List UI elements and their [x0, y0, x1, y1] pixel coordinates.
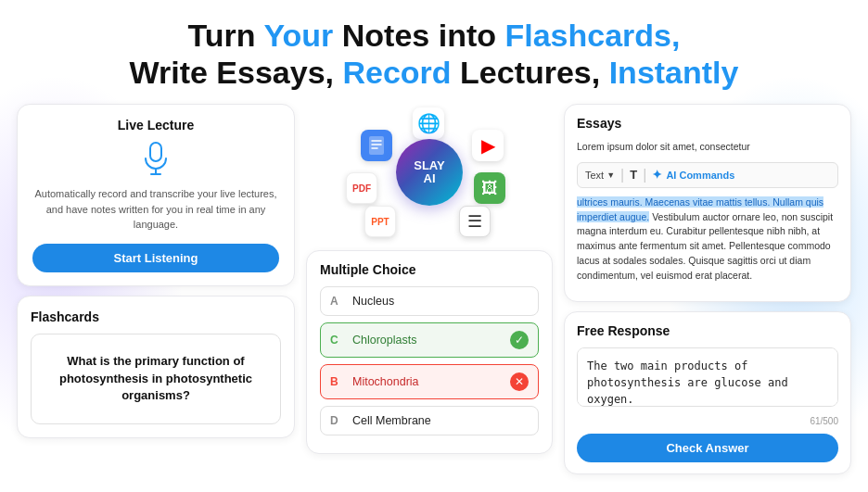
- live-lecture-card: Live Lecture Automatically record and tr…: [17, 104, 295, 286]
- svg-rect-0: [150, 143, 161, 161]
- mc-text-a: Nucleus: [352, 295, 529, 308]
- check-answer-button[interactable]: Check Answer: [577, 434, 838, 462]
- essay-text: Lorem ipsum dolor sit amet, consectetur: [577, 140, 838, 155]
- document-icon: [361, 130, 392, 161]
- text-format-t-icon: T: [630, 168, 637, 182]
- mc-option-c[interactable]: C Chloroplasts ✓: [320, 322, 539, 358]
- mc-letter-a: A: [330, 295, 343, 308]
- headline-line2: Write Essays, Record Lectures, Instantly: [130, 55, 739, 90]
- slay-logo-line2: AI: [424, 172, 436, 185]
- headline: Turn Your Notes into Flashcards, Write E…: [19, 17, 849, 91]
- essay-toolbar: Text ▼ | T | ✦ AI Commands: [577, 162, 838, 188]
- ppt-icon: PPT: [364, 206, 396, 237]
- start-listening-button[interactable]: Start Listening: [32, 244, 279, 272]
- mc-letter-d: D: [330, 414, 343, 427]
- pdf-icon: PDF: [346, 172, 377, 204]
- right-column: Essays Lorem ipsum dolor sit amet, conse…: [564, 104, 851, 474]
- svg-rect-3: [369, 136, 384, 155]
- flashcard-question: What is the primary function of photosyn…: [46, 353, 265, 406]
- char-count: 61/500: [577, 416, 838, 426]
- flashcards-card: Flashcards What is the primary function …: [17, 296, 295, 439]
- headline-line1: Turn Your Notes into Flashcards,: [188, 18, 681, 53]
- slay-ai-logo: SLAY AI: [396, 139, 463, 206]
- ai-commands-label: AI Commands: [666, 170, 734, 181]
- essays-card: Essays Lorem ipsum dolor sit amet, conse…: [564, 104, 851, 302]
- mc-text-b: Mitochondria: [352, 375, 501, 388]
- text-label: Text: [585, 170, 604, 181]
- mc-letter-b: B: [330, 375, 343, 388]
- free-response-card: Free Response 61/500 Check Answer: [564, 311, 851, 474]
- left-column: Live Lecture Automatically record and tr…: [17, 104, 295, 474]
- headline-instantly: Instantly: [609, 55, 739, 90]
- live-lecture-title: Live Lecture: [32, 118, 279, 132]
- mc-letter-c: C: [330, 334, 343, 347]
- float-icons: 🌐 ▶ PDF 🖼 PPT ☰: [346, 107, 513, 237]
- text-style-button[interactable]: Text ▼: [585, 170, 615, 181]
- mc-option-a[interactable]: A Nucleus: [320, 286, 539, 316]
- slay-logo-line1: SLAY: [414, 159, 444, 172]
- headline-flashcards: Flashcards,: [504, 18, 680, 53]
- ai-commands-button[interactable]: ✦ AI Commands: [652, 168, 734, 182]
- correct-check-icon: ✓: [510, 331, 529, 349]
- image-icon: 🖼: [474, 172, 505, 204]
- globe-icon: 🌐: [413, 107, 444, 139]
- headline-your: Your: [263, 18, 333, 53]
- logo-area: 🌐 ▶ PDF 🖼 PPT ☰: [306, 104, 553, 241]
- free-response-title: Free Response: [577, 323, 838, 338]
- middle-column: 🌐 ▶ PDF 🖼 PPT ☰: [306, 104, 553, 474]
- essays-title: Essays: [577, 116, 838, 131]
- youtube-icon: ▶: [472, 130, 504, 161]
- mc-option-d[interactable]: D Cell Membrane: [320, 406, 539, 435]
- headline-record: Record: [342, 55, 451, 90]
- header: Turn Your Notes into Flashcards, Write E…: [0, 0, 868, 104]
- multiple-choice-card: Multiple Choice A Nucleus C Chloroplasts…: [306, 250, 553, 454]
- flashcard-inner: What is the primary function of photosyn…: [31, 334, 281, 425]
- essay-body: ultrices mauris. Maecenas vitae mattis t…: [577, 196, 838, 284]
- mic-icon: [143, 142, 169, 179]
- toolbar-separator2: |: [643, 167, 646, 183]
- sparkle-icon: ✦: [652, 168, 662, 182]
- essay-para1: Lorem ipsum dolor sit amet, consectetur: [577, 141, 750, 152]
- mc-text-c: Chloroplasts: [352, 334, 501, 347]
- mc-option-b[interactable]: B Mitochondria ✕: [320, 364, 539, 399]
- chevron-down-icon: ▼: [606, 170, 615, 180]
- note-icon: ☰: [459, 206, 491, 237]
- multiple-choice-title: Multiple Choice: [320, 262, 539, 277]
- live-lecture-desc: Automatically record and transcribe your…: [32, 186, 279, 233]
- mc-text-d: Cell Membrane: [352, 414, 529, 427]
- toolbar-separator: |: [620, 167, 624, 183]
- flashcards-title: Flashcards: [31, 309, 281, 324]
- main-grid: Live Lecture Automatically record and tr…: [0, 104, 868, 474]
- free-response-input[interactable]: [577, 347, 838, 407]
- incorrect-x-icon: ✕: [510, 372, 529, 391]
